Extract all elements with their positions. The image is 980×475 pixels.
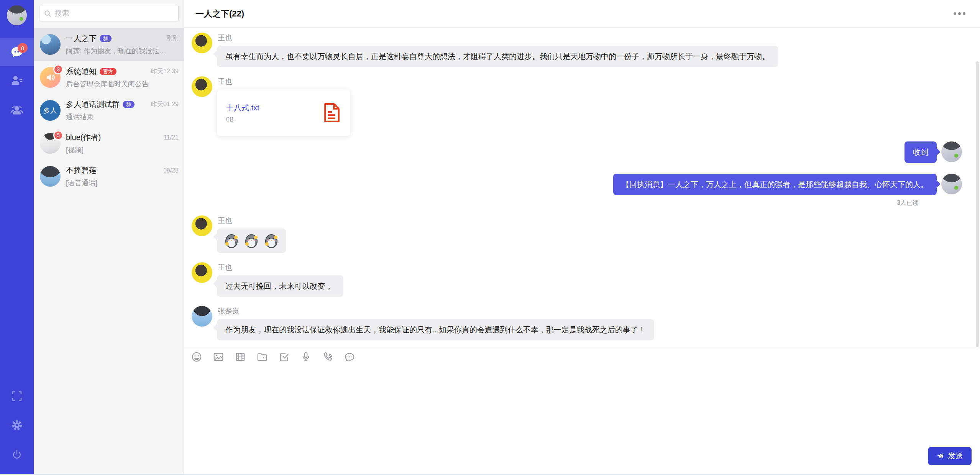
chat-item-buyaobilian[interactable]: 不摇碧莲 09/28 [语音通话] — [34, 160, 184, 193]
unread-badge: 5 — [53, 130, 63, 140]
more-menu-button[interactable] — [950, 9, 969, 18]
chat-item-blue-author[interactable]: 5 blue(作者) 11/21 [视频] — [34, 127, 184, 160]
penguin-sticker-icon — [263, 232, 280, 249]
chat-item-body: 多人通话测试群 群 昨天01:29 通话结束 — [66, 99, 179, 122]
emoji-button[interactable] — [191, 351, 202, 363]
self-avatar[interactable] — [941, 141, 962, 162]
power-icon — [11, 448, 23, 460]
message-row: 王也 — [192, 215, 962, 253]
file-document-icon — [322, 102, 341, 123]
emoji-icon — [191, 351, 202, 363]
self-avatar[interactable] — [941, 174, 962, 194]
search-input[interactable] — [55, 9, 174, 18]
main-chat-area: 一人之下(22) 王也 虽有幸生而为人，也不要以万物灵长自居，正是这种妄自尊大的… — [184, 0, 980, 474]
message-input[interactable] — [184, 366, 980, 447]
folder-icon — [256, 351, 268, 363]
image-icon — [213, 351, 224, 363]
official-badge: 官方 — [100, 68, 117, 75]
search-icon — [44, 10, 51, 17]
message-row: 王也 过去无可挽回，未来可以改变 。 — [192, 262, 962, 297]
scrollbar-thumb[interactable] — [976, 61, 979, 347]
outgoing-bubble: 【回执消息】一人之下，万人之上，但真正的强者，是那些能够超越自我、心怀天下的人。 — [613, 174, 937, 195]
unread-badge: 3 — [53, 64, 63, 74]
unread-total-badge: 8 — [18, 43, 28, 53]
wangye-avatar[interactable] — [192, 262, 212, 283]
chat-item-yirenzhixia[interactable]: 一人之下 群 刚刚 阿莲: 作为朋友，现在的我没法... — [34, 28, 184, 61]
chat-item-body: 不摇碧莲 09/28 [语音通话] — [66, 165, 179, 187]
read-status: 3人已读 — [192, 199, 919, 207]
message-row: 王也 十八式.txt 0B — [192, 76, 962, 136]
file-button[interactable] — [256, 351, 268, 363]
chat-item-system-notice[interactable]: 3 系统通知 官方 昨天12:39 后台管理仓库临时关闭公告 — [34, 61, 184, 94]
message-row: 王也 虽有幸生而为人，也不要以万物灵长自居，正是这种妄自尊大的想法，才阻碍了人类… — [192, 33, 962, 67]
zhangchulan-avatar[interactable] — [192, 306, 212, 327]
wangye-avatar[interactable] — [192, 215, 212, 236]
penguin-sticker-icon — [223, 232, 240, 249]
avatar: 3 — [40, 67, 61, 88]
send-label: 发送 — [948, 451, 963, 461]
message-list: 王也 虽有幸生而为人，也不要以万物灵长自居，正是这种妄自尊大的想法，才阻碍了人类… — [184, 28, 980, 347]
send-row: 发送 — [184, 447, 980, 474]
wangye-avatar[interactable] — [192, 76, 212, 97]
fullscreen-button[interactable] — [0, 381, 34, 411]
chat-time: 刚刚 — [166, 35, 179, 43]
settings-button[interactable] — [0, 411, 34, 440]
rail-nav: 8 — [0, 38, 34, 124]
microphone-icon — [300, 351, 312, 363]
group-badge: 群 — [100, 35, 112, 42]
penguin-sticker-icon — [243, 232, 260, 249]
speaker-icon — [45, 72, 56, 83]
group-badge: 群 — [123, 101, 135, 108]
wangye-avatar[interactable] — [192, 33, 212, 53]
sender-name: 王也 — [218, 77, 350, 87]
call-button[interactable] — [322, 351, 333, 363]
avatar — [40, 166, 61, 187]
message-history-button[interactable] — [344, 351, 355, 363]
avatar: 5 — [40, 133, 61, 154]
contact-icon — [10, 74, 24, 87]
chat-name: 不摇碧莲 — [66, 165, 97, 176]
check-square-icon — [278, 351, 290, 363]
chat-preview: 阿莲: 作为朋友，现在的我没法... — [66, 46, 179, 56]
rail-item-messages[interactable]: 8 — [0, 38, 34, 66]
chat-time: 11/21 — [164, 134, 179, 141]
self-avatar[interactable] — [6, 5, 28, 26]
composer: 发送 — [184, 366, 980, 474]
power-button[interactable] — [0, 440, 34, 469]
chat-name: 一人之下 — [66, 33, 97, 44]
group-icon — [10, 103, 24, 117]
message-group-outgoing: 【回执消息】一人之下，万人之上，但真正的强者，是那些能够超越自我、心怀天下的人。… — [192, 174, 962, 207]
file-name-link[interactable]: 十八式.txt — [226, 103, 315, 113]
chat-list-panel: 一人之下 群 刚刚 阿莲: 作为朋友，现在的我没法... 3 — [34, 0, 184, 474]
chat-app-window: 8 — [0, 0, 980, 475]
fullscreen-icon — [11, 391, 22, 401]
message-bubble: 作为朋友，现在的我没法保证救你逃出生天，我能保证的只有...如果你真的会遭遇到什… — [217, 319, 654, 340]
ellipsis-icon — [958, 12, 961, 15]
voice-button[interactable] — [300, 351, 312, 363]
sender-name: 张楚岚 — [218, 306, 654, 316]
avatar — [40, 34, 61, 55]
message-body: 张楚岚 作为朋友，现在的我没法保证救你逃出生天，我能保证的只有...如果你真的会… — [217, 306, 654, 340]
chat-time: 09/28 — [163, 167, 179, 174]
message-row-outgoing: 收到 — [192, 141, 962, 163]
image-button[interactable] — [213, 351, 224, 363]
chat-dots-icon — [344, 351, 355, 363]
chat-preview: 通话结束 — [66, 112, 179, 122]
file-message-card[interactable]: 十八式.txt 0B — [217, 89, 350, 136]
composer-toolbar — [184, 347, 980, 366]
video-button[interactable] — [235, 351, 246, 363]
avatar: 多人 — [40, 100, 61, 121]
sender-name: 王也 — [218, 263, 343, 273]
chat-item-multi-call-group[interactable]: 多人 多人通话测试群 群 昨天01:29 通话结束 — [34, 94, 184, 127]
chat-name: 系统通知 — [66, 66, 97, 77]
rail-nav-bottom — [0, 381, 34, 474]
message-row-outgoing: 【回执消息】一人之下，万人之上，但真正的强者，是那些能够超越自我、心怀天下的人。 — [192, 174, 962, 195]
message-body: 王也 十八式.txt 0B — [217, 76, 350, 136]
chat-name: 多人通话测试群 — [66, 99, 120, 110]
rail-item-contacts[interactable] — [0, 66, 34, 95]
rail-item-groups[interactable] — [0, 95, 34, 124]
send-button[interactable]: 发送 — [928, 447, 972, 465]
chat-item-body: 系统通知 官方 昨天12:39 后台管理仓库临时关闭公告 — [66, 66, 179, 89]
screenshot-button[interactable] — [278, 351, 290, 363]
chat-preview: [语音通话] — [66, 178, 179, 187]
